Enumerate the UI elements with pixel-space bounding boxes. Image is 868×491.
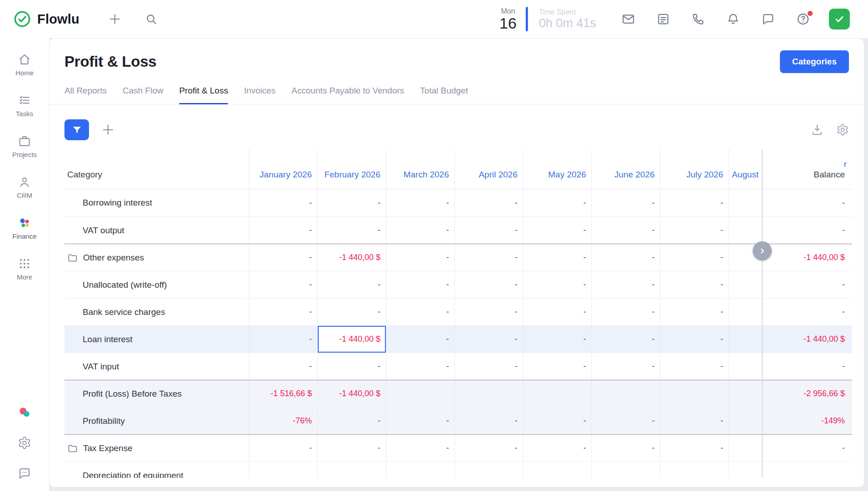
table-cell[interactable]: - xyxy=(386,353,455,380)
filter-button[interactable] xyxy=(64,119,89,140)
table-cell[interactable]: - xyxy=(249,353,318,380)
avatar[interactable] xyxy=(829,9,850,29)
table-cell[interactable]: - xyxy=(661,217,729,244)
tab-total-budget[interactable]: Total Budget xyxy=(420,83,468,104)
table-cell[interactable] xyxy=(729,353,762,380)
table-cell[interactable] xyxy=(729,326,762,353)
scroll-right-button[interactable] xyxy=(753,241,772,260)
table-cell[interactable]: - xyxy=(455,244,523,271)
table-cell[interactable]: - xyxy=(592,299,661,325)
table-cell[interactable]: - xyxy=(661,353,729,380)
table-cell[interactable]: - xyxy=(523,244,592,271)
table-cell[interactable]: - xyxy=(661,189,729,216)
phone-icon[interactable] xyxy=(691,12,705,26)
table-cell[interactable]: - xyxy=(386,189,455,216)
time-spent[interactable]: Time Spent 0h 0m 41s xyxy=(539,8,596,30)
table-cell[interactable] xyxy=(249,462,318,478)
table-cell[interactable]: - xyxy=(386,435,455,462)
table-cell[interactable] xyxy=(661,462,729,478)
table-cell[interactable]: - xyxy=(661,244,729,271)
table-cell[interactable] xyxy=(592,462,661,478)
sidebar-item-tasks[interactable]: Tasks xyxy=(12,85,37,126)
tab-profit-loss[interactable]: Profit & Loss xyxy=(179,83,228,104)
row-category[interactable]: Depreciation of equipment xyxy=(64,462,249,478)
table-cell[interactable]: - xyxy=(455,326,523,353)
table-cell[interactable] xyxy=(729,435,762,462)
table-cell[interactable]: - xyxy=(523,217,592,244)
table-cell[interactable]: - xyxy=(661,271,729,298)
balance-cell[interactable]: -2 956,66 $ xyxy=(762,380,852,407)
table-cell[interactable] xyxy=(729,271,762,298)
table-cell[interactable]: - xyxy=(523,408,592,434)
table-cell[interactable]: - xyxy=(523,326,592,353)
table-cell[interactable]: - xyxy=(592,271,661,298)
notes-icon[interactable] xyxy=(656,12,670,26)
table-cell[interactable]: - xyxy=(249,244,318,271)
chat-bubble-icon[interactable] xyxy=(761,12,775,26)
table-cell[interactable]: - xyxy=(249,326,318,353)
table-cell[interactable] xyxy=(729,408,762,434)
table-cell[interactable]: - xyxy=(661,435,729,462)
sidebar-item-more[interactable]: More xyxy=(12,249,37,290)
table-cell[interactable]: - xyxy=(249,189,318,216)
table-cell[interactable]: - xyxy=(386,244,455,271)
table-cell[interactable]: - xyxy=(249,299,318,325)
table-cell[interactable]: - xyxy=(318,189,386,216)
table-cell[interactable]: - xyxy=(592,326,661,353)
balance-cell[interactable]: -1 440,00 $ xyxy=(762,244,852,271)
table-cell[interactable]: - xyxy=(592,244,661,271)
table-cell[interactable]: - xyxy=(592,189,661,216)
folder-icon[interactable] xyxy=(67,252,78,263)
table-cell[interactable]: - xyxy=(249,435,318,462)
table-cell[interactable]: - xyxy=(318,271,386,298)
table-cell[interactable] xyxy=(729,380,762,407)
table-cell[interactable] xyxy=(729,189,762,216)
table-cell[interactable]: - xyxy=(661,326,729,353)
table-cell[interactable]: - xyxy=(592,353,661,380)
table-cell[interactable]: - xyxy=(592,217,661,244)
tab-all-reports[interactable]: All Reports xyxy=(64,83,107,104)
settings-gear-icon[interactable] xyxy=(836,123,849,136)
table-cell[interactable]: - xyxy=(455,408,523,434)
sidebar-item-home[interactable]: Home xyxy=(12,44,37,85)
table-cell[interactable]: - xyxy=(661,299,729,325)
folder-icon[interactable] xyxy=(67,443,78,454)
table-cell[interactable]: - xyxy=(386,408,455,434)
table-cell[interactable]: - xyxy=(455,271,523,298)
table-cell[interactable]: - xyxy=(318,435,386,462)
table-cell[interactable] xyxy=(386,380,455,407)
table-cell[interactable]: - xyxy=(455,299,523,325)
row-category[interactable]: Borrowing interest xyxy=(64,189,249,216)
table-cell[interactable]: - xyxy=(455,353,523,380)
tab-accounts-payable-to-vendors[interactable]: Accounts Payable to Vendors xyxy=(291,83,404,104)
row-category[interactable]: Profitability xyxy=(64,408,249,434)
table-cell[interactable] xyxy=(729,217,762,244)
table-cell[interactable]: - xyxy=(318,217,386,244)
row-category[interactable]: Loan interest xyxy=(64,326,249,353)
table-cell[interactable]: -1 440,00 $ xyxy=(318,244,386,271)
add-filter-icon[interactable] xyxy=(101,123,115,137)
row-category[interactable]: Tax Expense xyxy=(64,435,249,462)
table-cell[interactable]: - xyxy=(318,299,386,325)
tab-invoices[interactable]: Invoices xyxy=(244,83,276,104)
table-cell[interactable]: - xyxy=(318,408,386,434)
flowlu-p-icon[interactable] xyxy=(18,406,31,419)
calendar-date[interactable]: Mon 16 xyxy=(499,7,517,32)
table-cell[interactable]: -76% xyxy=(249,408,318,434)
tab-cash-flow[interactable]: Cash Flow xyxy=(123,83,163,104)
table-cell[interactable] xyxy=(318,462,386,478)
row-category[interactable]: Other expenses xyxy=(64,244,249,271)
row-category[interactable]: Unallocated (write-off) xyxy=(64,271,249,298)
table-cell[interactable]: -1 440,00 $ xyxy=(318,380,386,407)
table-cell[interactable]: - xyxy=(523,299,592,325)
table-cell[interactable]: - xyxy=(523,353,592,380)
table-cell[interactable]: - xyxy=(523,435,592,462)
table-cell[interactable]: - xyxy=(455,189,523,216)
table-cell[interactable] xyxy=(729,462,762,478)
table-cell[interactable]: - xyxy=(661,408,729,434)
table-cell[interactable]: - xyxy=(386,299,455,325)
table-cell[interactable]: - xyxy=(249,271,318,298)
balance-cell[interactable]: - xyxy=(762,353,852,380)
table-cell[interactable]: - xyxy=(249,217,318,244)
table-cell[interactable]: - xyxy=(318,353,386,380)
